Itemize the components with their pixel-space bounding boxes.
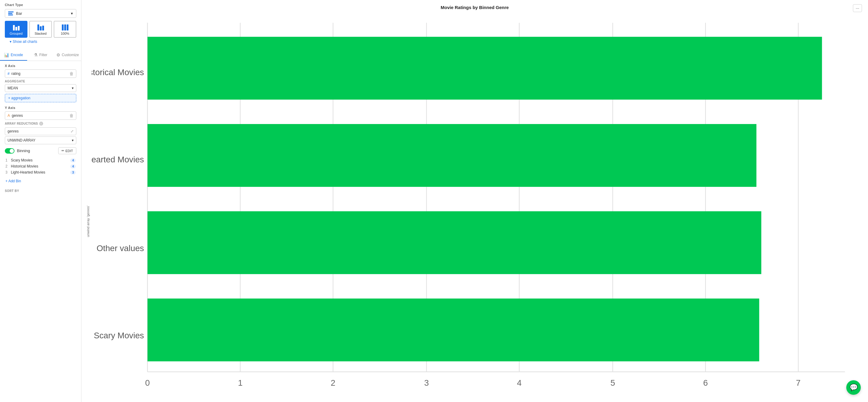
y-field-delete-icon[interactable]: 🗑 — [69, 113, 73, 118]
aggregate-text: AGGREGATE — [5, 80, 25, 83]
stacked-bars-icon — [37, 23, 44, 30]
svg-text:Other values: Other values — [96, 243, 144, 253]
add-bin-btn[interactable]: + Add Bin — [5, 178, 76, 184]
show-all-charts-link[interactable]: ▾ Show all charts — [5, 38, 76, 46]
tab-filter[interactable]: ⚗ Filter — [27, 50, 54, 61]
chart-option-grouped[interactable]: Grouped — [5, 21, 27, 38]
aggregate-chevron-icon: ▾ — [72, 86, 73, 90]
tab-encode-label: Encode — [10, 53, 23, 57]
chart-header: Movie Ratings by Binned Genre ··· — [82, 0, 868, 12]
customize-icon: ⚙ — [56, 53, 60, 57]
chart-title: Movie Ratings by Binned Genre — [441, 5, 509, 10]
svg-text:4: 4 — [517, 378, 522, 387]
array-reductions-text: ARRAY REDUCTIONS — [5, 122, 38, 125]
svg-text:Light-Hearted Movies: Light-Hearted Movies — [92, 155, 144, 164]
svg-text:7: 7 — [796, 378, 801, 387]
stacked-label: Stacked — [35, 32, 47, 35]
svg-text:1: 1 — [238, 378, 243, 387]
show-all-charts-label: Show all charts — [13, 39, 37, 44]
bin-count-1: 4 — [70, 159, 76, 162]
bin-num-1: 1 — [5, 158, 9, 162]
bin-name-1: Scary Movies — [11, 158, 68, 162]
unwind-value: UNWIND ARRAY — [7, 138, 35, 142]
add-bin-label: + Add Bin — [5, 179, 21, 183]
left-panel: Chart Type Bar ▾ Grouped — [0, 0, 82, 402]
chart-option-stacked[interactable]: Stacked — [29, 21, 52, 38]
chart-type-value: Bar — [16, 11, 22, 16]
chart-inner: 0 1 2 3 4 5 6 7 Historical Movies Light-… — [92, 16, 859, 402]
bin-num-3: 3 — [5, 170, 9, 174]
bar-other — [148, 211, 761, 274]
encode-panel: X Axis # rating 🗑 AGGREGATE MEAN ▾ + agg… — [0, 61, 81, 188]
add-aggregation-btn[interactable]: + aggregation — [5, 94, 76, 102]
aggregate-select[interactable]: MEAN ▾ — [5, 84, 76, 92]
bin-num-2: 2 — [5, 164, 9, 168]
y-field-name: genres — [12, 113, 23, 118]
bin-item-1: 1 Scary Movies 4 — [5, 157, 76, 163]
svg-text:5: 5 — [611, 378, 615, 387]
bin-count-2: 4 — [70, 165, 76, 168]
chart-type-section: Chart Type Bar ▾ Grouped — [0, 0, 81, 49]
chart-wrapper: unwind array 'genres' — [82, 12, 868, 402]
tab-customize[interactable]: ⚙ Customize — [54, 50, 81, 61]
array-reductions-label: ARRAY REDUCTIONS i — [5, 122, 76, 125]
chart-option-100pct[interactable]: 100% — [54, 21, 76, 38]
unwind-select[interactable]: UNWIND ARRAY ▾ — [5, 136, 76, 144]
encode-tabs: 📊 Encode ⚗ Filter ⚙ Customize — [0, 50, 81, 61]
y-axis-label: unwind array 'genres' — [85, 16, 92, 402]
binning-row: Binning ✏ EDIT — [5, 147, 76, 154]
y-axis-label: Y Axis — [5, 106, 76, 110]
chart-menu-button[interactable]: ··· — [853, 4, 862, 12]
x-axis-field-row: # rating 🗑 — [5, 69, 76, 78]
chart-type-options: Grouped Stacked 100% — [5, 21, 76, 38]
chart-area: Movie Ratings by Binned Genre ··· unwind… — [82, 0, 868, 402]
tab-encode[interactable]: 📊 Encode — [0, 50, 27, 61]
bin-item-3: 3 Light-Hearted Movies 3 — [5, 169, 76, 175]
bin-name-3: Light-Hearted Movies — [11, 170, 68, 174]
100pct-bars-icon — [62, 23, 68, 30]
100pct-label: 100% — [61, 32, 69, 35]
chevron-down-icon: ▾ — [10, 39, 11, 44]
encode-icon: 📊 — [4, 53, 9, 57]
tab-filter-label: Filter — [39, 53, 48, 57]
bin-count-3: 3 — [70, 171, 76, 174]
binning-label: Binning — [17, 148, 30, 153]
bar-chart-icon — [8, 11, 13, 16]
x-axis-label: X Axis — [5, 64, 76, 67]
bin-list: 1 Scary Movies 4 2 Historical Movies 4 3… — [5, 157, 76, 175]
filter-icon: ⚗ — [34, 53, 38, 57]
x-field-delete-icon[interactable]: 🗑 — [69, 71, 73, 76]
ellipsis-icon: ··· — [856, 6, 859, 10]
svg-text:2: 2 — [331, 378, 335, 387]
bar-lighthearted — [148, 124, 756, 187]
chat-icon: 💬 — [849, 383, 858, 392]
grouped-label: Grouped — [10, 32, 23, 35]
svg-text:3: 3 — [424, 378, 429, 387]
y-field-type-icon: A — [7, 113, 10, 118]
tab-customize-label: Customize — [62, 53, 79, 57]
chat-button[interactable]: 💬 — [846, 380, 861, 395]
chart-type-label: Chart Type — [5, 3, 76, 7]
edit-icon: ✏ — [62, 149, 64, 153]
unwind-field-row: genres ⤢ — [5, 127, 76, 135]
bin-item-2: 2 Historical Movies 4 — [5, 163, 76, 169]
edit-button[interactable]: ✏ EDIT — [58, 147, 76, 154]
add-aggregation-label: + aggregation — [8, 96, 30, 100]
x-field-name: rating — [11, 71, 21, 76]
unwind-chevron-icon: ▾ — [72, 138, 73, 142]
aggregate-label: AGGREGATE — [5, 80, 76, 83]
x-field-type-icon: # — [7, 71, 10, 76]
chart-type-dropdown[interactable]: Bar ▾ — [5, 9, 76, 18]
svg-text:6: 6 — [703, 378, 708, 387]
binning-toggle[interactable] — [5, 148, 14, 154]
edit-label: EDIT — [65, 149, 73, 153]
info-icon: i — [39, 122, 43, 125]
grouped-bars-icon — [13, 23, 20, 30]
svg-text:0: 0 — [145, 378, 150, 387]
y-axis-field-row: A genres 🗑 — [5, 111, 76, 120]
svg-text:Historical Movies: Historical Movies — [92, 67, 144, 77]
sort-by-label: SORT BY — [0, 189, 81, 193]
bar-scary — [148, 298, 759, 361]
unwind-expand-icon[interactable]: ⤢ — [70, 129, 73, 134]
chevron-down-icon: ▾ — [71, 11, 73, 16]
